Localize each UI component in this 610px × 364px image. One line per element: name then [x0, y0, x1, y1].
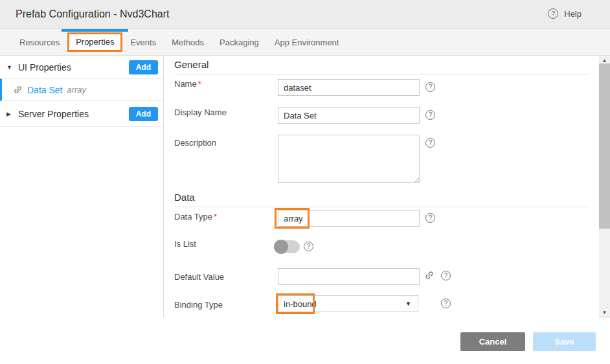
description-help-icon[interactable]: ? — [425, 138, 435, 148]
data-section-heading: Data — [174, 192, 589, 207]
dataset-item-type: array — [67, 85, 86, 95]
tab-properties-label: Properties — [76, 37, 114, 47]
help-icon[interactable]: ? — [548, 8, 558, 19]
display-name-help-icon[interactable]: ? — [425, 110, 435, 120]
active-tab-indicator — [62, 29, 128, 32]
server-properties-label: Server Properties — [18, 109, 129, 119]
dialog-header: Prefab Configuration - Nvd3Chart ? Help — [0, 0, 610, 29]
cancel-button[interactable]: Cancel — [460, 332, 525, 351]
is-list-help-icon[interactable]: ? — [304, 242, 313, 251]
server-properties-add-button[interactable]: Add — [129, 107, 158, 121]
tab-events[interactable]: Events — [122, 29, 164, 56]
is-list-toggle-knob — [274, 240, 288, 254]
data-type-label: Data Type* — [174, 212, 217, 222]
default-value-input[interactable] — [278, 268, 420, 285]
help-link[interactable]: ? Help — [548, 8, 582, 19]
property-form: General Name* ? Display Name ? Descripti… — [164, 56, 599, 317]
name-input[interactable] — [278, 79, 420, 96]
binding-type-label: Binding Type — [174, 300, 223, 310]
chevron-down-icon: ▼ — [405, 301, 411, 307]
data-type-required-marker: * — [214, 212, 217, 222]
tab-methods[interactable]: Methods — [164, 29, 212, 56]
data-type-input[interactable] — [278, 210, 420, 227]
prefab-configuration-dialog: Prefab Configuration - Nvd3Chart ? Help … — [0, 0, 610, 364]
caret-down-icon[interactable]: ▼ — [6, 64, 17, 71]
default-value-bind-icon[interactable] — [422, 268, 437, 283]
scroll-down-icon[interactable]: ▼ — [599, 308, 610, 316]
data-type-label-text: Data Type — [174, 212, 212, 222]
binding-type-help-icon[interactable]: ? — [441, 299, 451, 308]
sidebar-item-dataset[interactable]: Data Set array — [0, 78, 163, 101]
server-properties-group[interactable]: ▶ Server Properties Add — [0, 101, 163, 127]
binding-link-icon — [11, 83, 25, 97]
properties-sidebar: ▼ UI Properties Add Data Set array ▶ Ser… — [0, 56, 164, 317]
name-label-text: Name — [174, 79, 197, 89]
tab-resources[interactable]: Resources — [12, 29, 67, 56]
description-textarea[interactable] — [278, 135, 420, 183]
default-value-label: Default Value — [174, 272, 224, 282]
ui-properties-label: UI Properties — [18, 62, 129, 73]
name-help-icon[interactable]: ? — [425, 82, 435, 92]
tab-app-environment[interactable]: App Environment — [267, 29, 347, 56]
name-label: Name* — [174, 79, 201, 89]
dataset-item-label: Data Set — [27, 85, 62, 95]
tab-bar: Resources Properties Events Methods Pack… — [0, 29, 610, 56]
binding-type-selected-value: in-bound — [284, 299, 405, 309]
name-required-marker: * — [198, 79, 201, 89]
general-section-heading: General — [174, 59, 589, 74]
vertical-scrollbar[interactable]: ▲ ▼ — [599, 56, 610, 317]
help-label[interactable]: Help — [564, 9, 582, 19]
display-name-input[interactable] — [278, 107, 420, 124]
tab-packaging[interactable]: Packaging — [212, 29, 267, 56]
save-button[interactable]: Save — [533, 332, 596, 351]
display-name-label: Display Name — [174, 108, 227, 117]
is-list-toggle[interactable] — [274, 240, 300, 253]
dialog-footer: Cancel Save — [0, 318, 610, 364]
description-label: Description — [174, 138, 216, 148]
binding-type-select[interactable]: in-bound ▼ — [278, 295, 418, 312]
tab-properties[interactable]: Properties — [67, 32, 122, 52]
caret-right-icon[interactable]: ▶ — [6, 111, 17, 117]
dialog-body: ▼ UI Properties Add Data Set array ▶ Ser… — [0, 56, 610, 317]
scrollbar-thumb[interactable] — [599, 63, 610, 229]
ui-properties-add-button[interactable]: Add — [129, 60, 158, 74]
dialog-title: Prefab Configuration - Nvd3Chart — [16, 8, 169, 20]
is-list-label: Is List — [174, 239, 196, 249]
default-value-help-icon[interactable]: ? — [441, 271, 451, 280]
ui-properties-group[interactable]: ▼ UI Properties Add — [0, 56, 163, 78]
data-type-help-icon[interactable]: ? — [425, 213, 435, 223]
